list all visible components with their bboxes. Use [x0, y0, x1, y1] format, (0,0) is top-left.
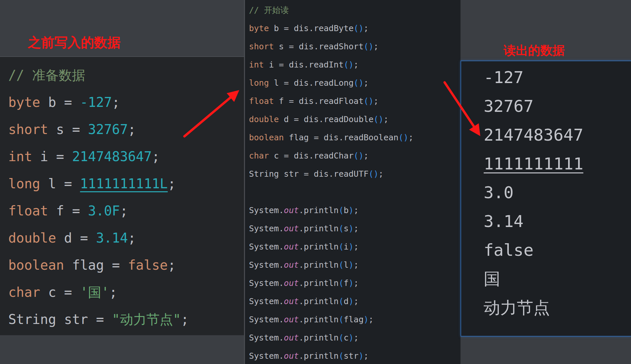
code-token: .println [299, 278, 339, 288]
code-token: .println [299, 242, 339, 251]
code-token: 1111111111 [484, 154, 583, 173]
code-line: int i = dis.readInt(); [249, 56, 461, 74]
code-token: ) [349, 296, 354, 306]
code-token: String str = [8, 312, 112, 327]
code-line: System.out.println(b); [249, 201, 461, 219]
code-token: ; [181, 312, 189, 327]
code-token: int [249, 60, 264, 69]
code-line: System.out.println(i); [249, 238, 461, 256]
code-token: 国 [484, 269, 500, 289]
code-token: ; [373, 42, 378, 51]
code-token: System. [249, 351, 284, 361]
code-line: 2147483647 [484, 121, 631, 150]
code-token: flag = dis.readBoolean [284, 133, 398, 142]
code-token: ; [364, 23, 368, 33]
code-line: 1111111111 [484, 150, 631, 178]
code-token: () [364, 96, 373, 106]
code-token: flag = [64, 257, 128, 273]
code-token: byte [249, 23, 269, 33]
code-token: c [344, 333, 349, 342]
code-line: long l = dis.readLong(); [249, 74, 461, 92]
code-token: ( [339, 351, 344, 361]
code-line: // 开始读 [249, 1, 461, 19]
code-line: short s = dis.readShort(); [249, 37, 461, 56]
code-token: false [128, 257, 168, 273]
code-token: ; [354, 296, 359, 306]
code-line: false [484, 236, 631, 265]
code-token: ; [364, 151, 368, 160]
code-token: 3.14 [484, 212, 523, 231]
code-token: 32767 [88, 122, 128, 137]
code-token: ) [349, 278, 354, 288]
code-token: ) [364, 315, 368, 324]
code-token: 3.0 [484, 183, 513, 202]
code-token: long [249, 78, 269, 88]
code-token: ; [354, 278, 359, 288]
code-line: // 准备数据 [8, 62, 244, 89]
code-token: b = [40, 95, 80, 110]
code-token: ; [354, 242, 359, 251]
code-token: ; [383, 114, 388, 124]
code-token: b [344, 205, 349, 215]
code-line: byte b = dis.readByte(); [249, 19, 461, 37]
code-token: ( [339, 224, 344, 233]
code-token: ) [349, 260, 354, 270]
read-data-label: 读出的数据 [504, 42, 565, 59]
code-token: .println [299, 205, 339, 215]
code-token: ( [339, 205, 344, 215]
code-token: str [344, 351, 359, 361]
code-token: int [8, 149, 32, 164]
code-token: out [284, 351, 299, 361]
code-token: ; [152, 149, 160, 164]
code-token: out [284, 278, 299, 288]
code-line [249, 183, 461, 201]
code-token: System. [249, 205, 284, 215]
code-token: char [249, 151, 269, 160]
code-token: double [249, 114, 279, 124]
code-token: ; [168, 176, 176, 191]
code-token: System. [249, 333, 284, 342]
code-token: ; [109, 285, 117, 300]
code-token: () [354, 78, 364, 88]
code-token: ; [112, 95, 120, 110]
read-code-panel[interactable]: // 开始读byte b = dis.readByte();short s = … [244, 0, 461, 364]
code-line: System.out.println(flag); [249, 310, 461, 329]
code-token: d = dis.readDouble [279, 114, 373, 124]
code-line: double d = dis.readDouble(); [249, 110, 461, 128]
code-token: () [364, 42, 373, 51]
code-line: System.out.println(d); [249, 292, 461, 310]
code-token: ) [349, 333, 354, 342]
code-line: short s = 32767; [8, 116, 244, 143]
code-token: ) [359, 351, 364, 361]
code-token: d [344, 296, 349, 306]
code-token: l [344, 260, 349, 270]
code-token: short [249, 42, 274, 51]
code-token: ; [354, 205, 359, 215]
code-token: ; [364, 78, 368, 88]
code-token: f = [48, 203, 88, 218]
code-token: ; [354, 224, 359, 233]
code-token: ) [349, 242, 354, 251]
code-token: boolean [249, 133, 284, 142]
code-line: long l = 1111111111L; [8, 170, 244, 197]
code-token: s = [48, 122, 88, 137]
code-token: c = [40, 285, 80, 300]
code-token: ; [354, 260, 359, 270]
code-token: () [354, 151, 364, 160]
code-line: double d = 3.14; [8, 224, 244, 251]
code-token: i = [32, 149, 72, 164]
code-token: -127 [80, 95, 112, 110]
code-line: System.out.println(l); [249, 256, 461, 274]
code-token: 1111111111L [80, 176, 168, 191]
code-line: System.out.println(str); [249, 347, 461, 364]
code-line: 32767 [484, 92, 631, 121]
code-token: "动力节点" [112, 312, 181, 327]
written-data-code-panel[interactable]: // 准备数据byte b = -127;short s = 32767;int… [0, 56, 244, 335]
code-token: String str = dis.readUTF [249, 169, 368, 179]
code-token: flag [344, 315, 364, 324]
code-token: ( [339, 315, 344, 324]
code-token: ; [368, 315, 373, 324]
code-token: ; [364, 351, 368, 361]
code-token: .println [299, 333, 339, 342]
console-output-panel[interactable]: -12732767214748364711111111113.03.14fals… [461, 61, 631, 337]
